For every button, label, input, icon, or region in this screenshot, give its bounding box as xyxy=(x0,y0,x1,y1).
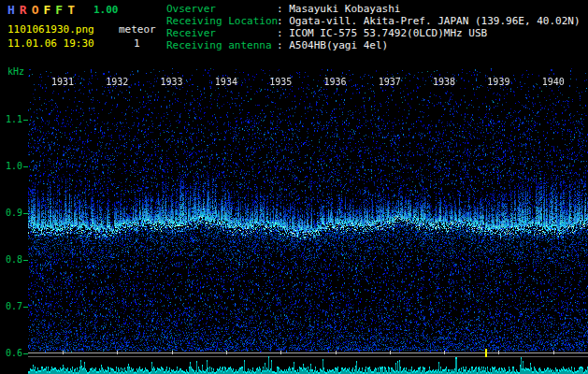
y-tick-label: 1.0 xyxy=(0,161,22,171)
info-row-label: Receiving Location xyxy=(166,15,277,27)
timestamp-label: 11.01.06 19:30 xyxy=(7,37,94,50)
app-logo: HROFFT xyxy=(7,3,79,17)
y-tick-label: 0.9 xyxy=(0,208,22,218)
info-row: Ovserver: Masayuki Kobayashi xyxy=(166,3,581,15)
info-row-label: Receiving antenna xyxy=(166,39,277,51)
spectrogram-canvas xyxy=(28,68,588,374)
logo-letter: T xyxy=(67,3,75,17)
hrofft-screen: HROFFT 1.00 1101061930.png meteor 11.01.… xyxy=(0,0,588,374)
info-row: Receiving Location: Ogata-vill. Akita-Pr… xyxy=(166,15,581,27)
info-row-colon: : xyxy=(277,27,289,39)
info-panel: Ovserver: Masayuki KobayashiReceiving Lo… xyxy=(166,3,581,51)
info-row-colon: : xyxy=(277,15,289,27)
y-tick-label: 0.8 xyxy=(0,254,22,265)
info-row: Receiver: ICOM IC-575 53.7492(0LCD)MHz U… xyxy=(166,27,581,39)
output-filename: 1101061930.png xyxy=(7,23,94,36)
x-tick-label: 1931 xyxy=(47,77,79,87)
x-tick-label: 1937 xyxy=(374,77,406,87)
y-tick-mark xyxy=(23,120,28,121)
logo-letter: F xyxy=(55,3,63,17)
x-tick-label: 1938 xyxy=(428,77,460,87)
x-tick-label: 1939 xyxy=(482,77,514,87)
info-row-label: Receiver xyxy=(166,27,277,39)
logo-letter: R xyxy=(20,3,27,17)
info-row-value: A504HB(yagi 4el) xyxy=(289,39,388,51)
y-tick-mark xyxy=(23,307,28,308)
x-tick-label: 1934 xyxy=(210,77,242,87)
x-tick-label: 1940 xyxy=(538,77,569,87)
y-tick-label: 0.7 xyxy=(0,301,22,311)
y-tick-label: 1.1 xyxy=(0,114,22,124)
y-tick-mark xyxy=(23,166,28,167)
y-tick-mark xyxy=(23,213,28,214)
info-row-colon: : xyxy=(277,3,289,15)
info-row-label: Ovserver xyxy=(166,3,277,15)
info-row: Receiving antenna: A504HB(yagi 4el) xyxy=(166,39,581,51)
x-tick-label: 1932 xyxy=(101,77,133,87)
info-row-colon: : xyxy=(277,39,289,51)
x-tick-label: 1935 xyxy=(265,77,296,87)
y-tick-label: 0.6 xyxy=(0,348,22,358)
period-counter: 1 xyxy=(134,37,140,50)
x-tick-label: 1936 xyxy=(320,77,351,87)
mode-label: meteor xyxy=(119,23,156,36)
x-tick-label: 1933 xyxy=(156,77,188,87)
y-axis-unit-label: kHz xyxy=(0,66,24,77)
info-row-value: Masayuki Kobayashi xyxy=(289,3,400,15)
logo-letter: F xyxy=(43,3,50,17)
info-row-value: Ogata-vill. Akita-Pref. JAPAN (139.96E, … xyxy=(289,15,580,27)
info-row-value: ICOM IC-575 53.7492(0LCD)MHz USB xyxy=(289,27,487,39)
logo-letter: H xyxy=(7,3,15,17)
logo-letter: O xyxy=(32,3,39,17)
y-tick-mark xyxy=(23,260,28,261)
y-tick-mark xyxy=(23,353,28,354)
app-version: 1.00 xyxy=(93,4,119,16)
